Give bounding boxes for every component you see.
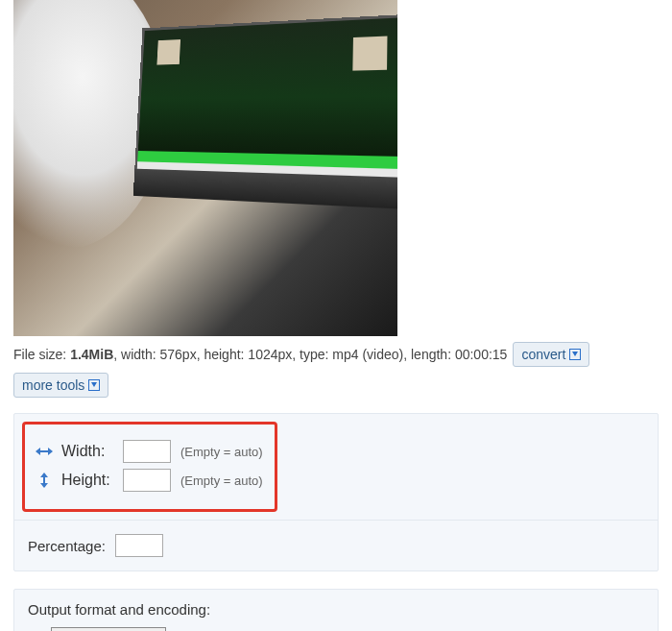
height-hint: (Empty = auto) — [180, 473, 263, 488]
width-hint: (Empty = auto) — [180, 445, 263, 459]
file-info-row: File size: 1.4MiB, width: 576px, height:… — [0, 336, 672, 409]
output-panel: Output format and encoding: Copy origina… — [13, 589, 659, 631]
width-row: Width: (Empty = auto) — [36, 440, 263, 463]
width-label: Width: — [61, 443, 113, 460]
convert-button-label: convert — [521, 347, 565, 362]
dropdown-arrow-icon — [569, 349, 581, 360]
file-size-prefix: File size: — [13, 347, 70, 362]
convert-button[interactable]: convert — [513, 342, 589, 367]
dropdown-arrow-icon — [88, 379, 100, 391]
output-format-select[interactable]: Copy original — [51, 627, 166, 631]
height-label: Height: — [61, 472, 113, 489]
file-info-text: File size: 1.4MiB, width: 576px, height:… — [13, 347, 507, 362]
percentage-input[interactable] — [115, 534, 163, 557]
dimensions-panel: Width: (Empty = auto) Height: (Empty = a… — [13, 413, 659, 571]
more-tools-button[interactable]: more tools — [13, 373, 108, 398]
dimensions-highlight: Width: (Empty = auto) Height: (Empty = a… — [22, 422, 277, 512]
output-title: Output format and encoding: — [28, 601, 644, 618]
more-tools-button-label: more tools — [22, 377, 84, 393]
page-root: File size: 1.4MiB, width: 576px, height:… — [0, 0, 672, 631]
output-controls: Copy original — [28, 627, 644, 631]
height-icon — [36, 473, 52, 487]
video-preview[interactable] — [13, 0, 397, 336]
height-row: Height: (Empty = auto) — [36, 469, 263, 492]
percentage-label: Percentage: — [28, 538, 106, 554]
height-input[interactable] — [123, 469, 171, 492]
file-size-value: 1.4MiB — [70, 347, 113, 362]
file-info-rest: , width: 576px, height: 1024px, type: mp… — [113, 347, 507, 362]
percentage-row: Percentage: — [14, 520, 658, 570]
width-input[interactable] — [123, 440, 171, 463]
width-icon — [36, 445, 52, 458]
